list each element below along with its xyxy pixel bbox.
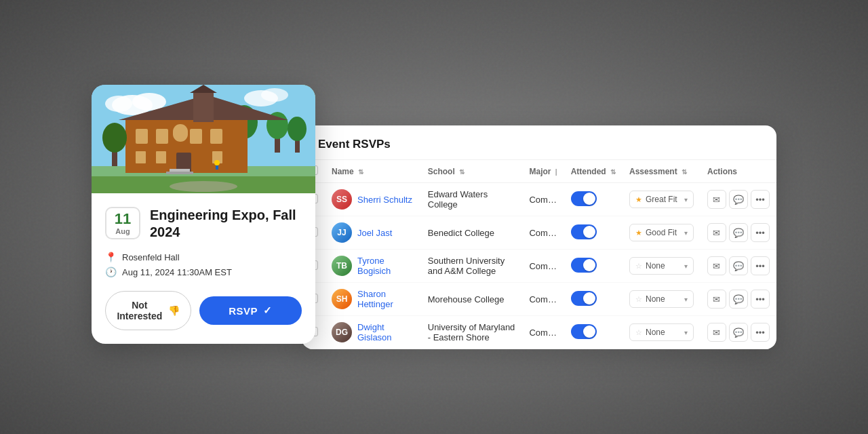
major-col-header: Major | [522,160,564,183]
assessment-col-header[interactable]: Assessment ⇅ [623,160,701,183]
svg-point-3 [105,96,132,112]
event-actions: Not Interested 👎 RSVP ✓ [105,291,302,330]
svg-rect-17 [190,129,202,144]
school-cell: Benedict College [421,216,523,250]
attendee-name[interactable]: Joel Jast [357,228,392,238]
chat-button[interactable]: 💬 [729,190,748,209]
location-text: Rosenfeld Hall [122,252,180,262]
date-badge: 11 Aug [105,207,140,239]
svg-rect-16 [156,129,168,144]
avatar: TB [332,256,352,276]
attendee-cell: JJ Joel Jast [332,222,414,243]
assessment-value: None [646,261,665,271]
attended-toggle[interactable] [571,258,597,273]
rsvp-table: Name ⇅ School ⇅ Major | Attended ⇅ [302,160,776,349]
chevron-down-icon: ▾ [684,329,688,336]
major-sort-icon: | [555,168,557,176]
name-sort-icon: ⇅ [358,168,363,176]
star-empty-icon: ☆ [635,328,642,337]
svg-rect-21 [156,151,166,163]
attended-col-header[interactable]: Attended ⇅ [564,160,623,183]
email-button[interactable]: ✉ [707,256,726,275]
star-empty-icon: ☆ [635,262,642,271]
school-cell: University of Maryland - Eastern Shore [421,316,523,349]
not-interested-label: Not Interested [117,300,163,321]
chat-button[interactable]: 💬 [729,256,748,275]
actions-col-header: Actions [701,160,776,183]
more-button[interactable]: ••• [751,190,770,209]
rsvp-button[interactable]: RSVP ✓ [199,296,302,325]
star-icon: ★ [635,229,642,237]
chat-button[interactable]: 💬 [729,223,748,242]
avatar: SH [332,289,352,309]
rsvp-label: RSVP [229,305,258,317]
event-card-body: 11 Aug Engineering Expo, Fall 2024 📍 Ros… [92,193,315,344]
assessment-dropdown[interactable]: ☆ None ▾ [629,257,694,275]
event-location: 📍 Rosenfeld Hall [105,252,302,262]
action-buttons: ✉ 💬 ••• [707,323,770,342]
star-empty-icon: ☆ [635,295,642,304]
svg-point-29 [102,123,127,153]
assessment-dropdown[interactable]: ☆ None ▾ [629,323,694,341]
name-col-header[interactable]: Name ⇅ [325,160,421,183]
assessment-dropdown[interactable]: ★ Great Fit ▾ [629,191,694,208]
not-interested-button[interactable]: Not Interested 👎 [105,291,191,330]
assessment-sort-icon: ⇅ [682,168,687,176]
email-button[interactable]: ✉ [707,190,726,209]
more-button[interactable]: ••• [751,323,770,342]
email-button[interactable]: ✉ [707,323,726,342]
more-button[interactable]: ••• [751,223,770,242]
svg-rect-33 [170,169,190,172]
avatar: JJ [332,222,352,243]
major-cell: Compu. [522,216,564,250]
action-buttons: ✉ 💬 ••• [707,256,770,275]
action-buttons: ✉ 💬 ••• [707,290,770,309]
attendee-name[interactable]: Tyrone Bogisich [357,256,414,276]
assessment-value: None [646,328,665,337]
attendee-name[interactable]: Sharon Hettinger [357,289,414,309]
attended-toggle[interactable] [571,191,597,206]
event-card: 11 Aug Engineering Expo, Fall 2024 📍 Ros… [92,85,315,344]
clock-icon: 🕐 [105,267,117,277]
assessment-dropdown[interactable]: ☆ None ▾ [629,290,694,308]
date-badge-day: 11 [111,211,135,227]
school-col-header[interactable]: School ⇅ [421,160,523,183]
avatar: DG [332,322,352,342]
svg-rect-31 [216,165,218,170]
action-buttons: ✉ 💬 ••• [707,190,770,209]
event-datetime: 🕐 Aug 11, 2024 11:30AM EST [105,267,302,277]
school-cell: Edward Waters College [421,183,523,216]
school-cell: Southern University and A&M College [421,250,523,283]
major-cell: Compu. [522,316,564,349]
rsvp-panel-title: Event RSVPs [318,138,760,151]
attendee-name[interactable]: Sherri Schultz [357,195,412,205]
attended-toggle[interactable] [571,224,597,239]
attended-toggle[interactable] [571,291,597,306]
assessment-value: Good Fit [646,228,677,237]
table-row: DG Dwight Gislason University of Marylan… [302,316,776,349]
action-buttons: ✉ 💬 ••• [707,223,770,242]
location-icon: 📍 [105,252,117,262]
attendee-cell: SS Sherri Schultz [332,189,414,210]
chevron-down-icon: ▾ [684,296,688,303]
chat-button[interactable]: 💬 [729,290,748,309]
event-meta: 📍 Rosenfeld Hall 🕐 Aug 11, 2024 11:30AM … [105,252,302,277]
email-button[interactable]: ✉ [707,223,726,242]
svg-point-5 [261,88,288,102]
rsvp-panel-header: Event RSVPs [302,125,776,160]
attendee-cell: TB Tyrone Bogisich [332,256,414,276]
event-title: Engineering Expo, Fall 2024 [150,207,302,241]
attended-toggle[interactable] [571,324,597,339]
assessment-dropdown[interactable]: ★ Good Fit ▾ [629,224,694,241]
email-button[interactable]: ✉ [707,290,726,309]
more-button[interactable]: ••• [751,256,770,275]
attendee-cell: DG Dwight Gislason [332,322,414,342]
table-row: JJ Joel Jast Benedict College Compu. ★ G… [302,216,776,250]
attended-sort-icon: ⇅ [610,168,616,176]
svg-rect-20 [136,151,146,163]
major-cell: Compu. [522,183,564,216]
more-button[interactable]: ••• [751,290,770,309]
school-cell: Morehouse College [421,283,523,316]
attendee-name[interactable]: Dwight Gislason [357,322,414,342]
chat-button[interactable]: 💬 [729,323,748,342]
